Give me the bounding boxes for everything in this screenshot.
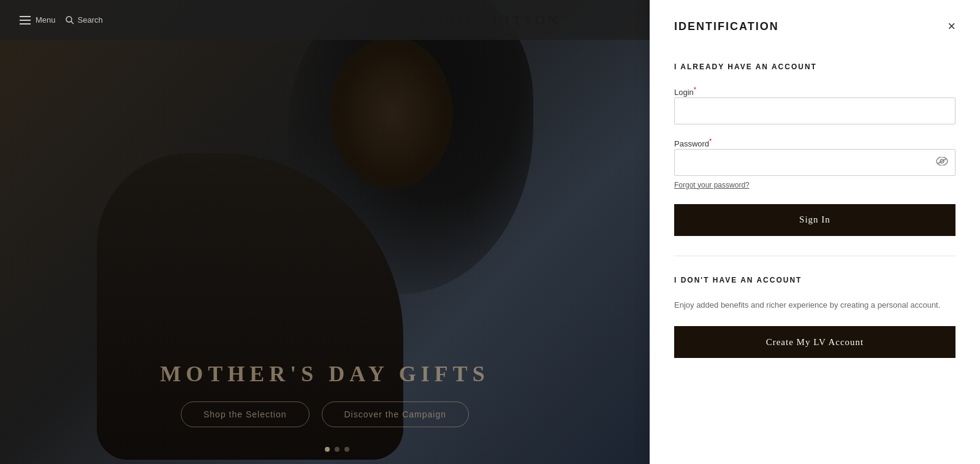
password-label: Password*: [674, 139, 712, 148]
section1-title: I ALREADY HAVE AN ACCOUNT: [674, 63, 955, 71]
create-account-button[interactable]: Create My LV Account: [674, 326, 955, 358]
hero-buttons: Shop the Selection Discover the Campaign: [0, 401, 650, 427]
section2-title: I DON'T HAVE AN ACCOUNT: [674, 276, 955, 284]
search-button[interactable]: Search: [66, 15, 103, 25]
new-account-section: I DON'T HAVE AN ACCOUNT Enjoy added bene…: [674, 276, 955, 359]
search-label: Search: [78, 15, 103, 25]
hero-content: MOTHER'S DAY GIFTS Shop the Selection Di…: [0, 361, 650, 427]
carousel-dots: [325, 447, 349, 452]
close-button[interactable]: ×: [948, 20, 955, 33]
discover-campaign-button[interactable]: Discover the Campaign: [322, 401, 469, 427]
section-divider: [674, 256, 955, 256]
svg-line-1: [71, 21, 74, 24]
shop-selection-button[interactable]: Shop the Selection: [181, 401, 310, 427]
section2-description: Enjoy added benefits and richer experien…: [674, 299, 955, 312]
hero-title: MOTHER'S DAY GIFTS: [0, 361, 650, 387]
login-label: Login*: [674, 88, 696, 97]
sign-in-button[interactable]: Sign In: [674, 204, 955, 236]
login-input[interactable]: [674, 97, 955, 124]
password-input[interactable]: [674, 149, 955, 176]
identification-panel: IDENTIFICATION × I ALREADY HAVE AN ACCOU…: [650, 0, 980, 464]
dot-3[interactable]: [344, 447, 349, 452]
site-logo[interactable]: LOUIS VUITTON: [420, 12, 560, 28]
forgot-password-link[interactable]: Forgot your password?: [674, 181, 955, 189]
dot-2[interactable]: [335, 447, 340, 452]
menu-button[interactable]: Menu: [20, 15, 56, 25]
panel-title: IDENTIFICATION: [674, 20, 779, 33]
toggle-password-icon[interactable]: [936, 157, 948, 168]
existing-account-section: I ALREADY HAVE AN ACCOUNT Login* Passwor…: [674, 63, 955, 236]
search-icon: [66, 16, 74, 25]
svg-point-0: [66, 17, 72, 22]
menu-label: Menu: [36, 15, 56, 25]
dot-1[interactable]: [325, 447, 330, 452]
password-wrapper: [674, 149, 955, 176]
panel-header: IDENTIFICATION ×: [674, 20, 955, 43]
hamburger-icon: [20, 16, 31, 25]
header-left: Menu Search: [20, 15, 103, 25]
